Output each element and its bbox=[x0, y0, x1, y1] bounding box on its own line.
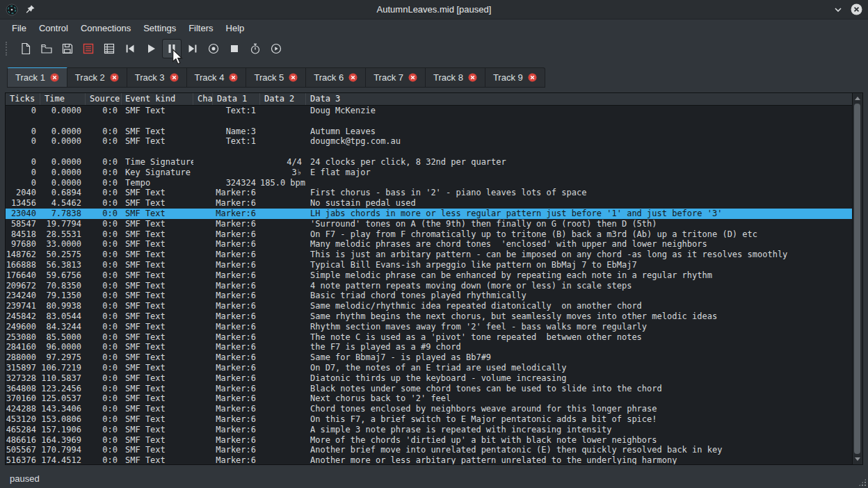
event-row[interactable]: 25308085.50000:0SMF TextMarker:6The note… bbox=[6, 332, 852, 343]
tab-track-7[interactable]: Track 7 bbox=[366, 67, 426, 88]
event-row[interactable]: 17664059.67560:0SMF TextMarker:6Simple m… bbox=[6, 270, 852, 281]
new-file-icon[interactable] bbox=[16, 39, 35, 58]
tab-track-8[interactable]: Track 8 bbox=[426, 67, 485, 88]
tab-close-icon[interactable] bbox=[50, 73, 59, 82]
column-header-source[interactable]: Source bbox=[86, 93, 122, 105]
scrollbar-thumb[interactable] bbox=[854, 104, 860, 454]
event-row[interactable]: 14876250.25750:0SMF TextMarker:6This is … bbox=[6, 250, 852, 260]
event-row[interactable]: 465284157.19060:0SMF TextMarker:6A simpl… bbox=[6, 425, 852, 435]
event-row[interactable]: 505567170.79940:0SMF TextMarker:6Another… bbox=[6, 445, 852, 455]
tab-label: Track 7 bbox=[373, 72, 403, 83]
column-header-time[interactable]: Time bbox=[40, 93, 86, 105]
event-row[interactable]: 453120153.08060:0SMF TextMarker:6On this… bbox=[6, 414, 852, 425]
stop-icon[interactable] bbox=[225, 39, 244, 58]
tab-close-icon[interactable] bbox=[408, 73, 417, 82]
event-row[interactable]: 9768033.00000:0SMF TextMarker:6Many melo… bbox=[6, 239, 852, 250]
play-icon[interactable] bbox=[141, 39, 161, 58]
event-row[interactable]: 28800097.29750:0SMF TextMarker:6Same for… bbox=[6, 352, 852, 363]
pause-icon[interactable] bbox=[162, 39, 182, 58]
event-row[interactable]: 00.00000:0SMF TextText:1dougmck@tpg.com.… bbox=[6, 136, 852, 147]
event-list-icon[interactable] bbox=[79, 39, 98, 58]
tab-close-icon[interactable] bbox=[468, 73, 477, 82]
menu-file[interactable]: File bbox=[6, 21, 33, 35]
event-row[interactable]: 5854719.77940:0SMF TextMarker:6'Surround… bbox=[6, 219, 852, 229]
event-row[interactable]: 24960084.32440:0SMF TextMarker:6Rhythm s… bbox=[6, 322, 852, 332]
tab-track-3[interactable]: Track 3 bbox=[127, 67, 187, 88]
event-row[interactable]: 00.00000:0Time Signature4/424 clocks per… bbox=[6, 157, 852, 168]
tab-track-2[interactable]: Track 2 bbox=[67, 67, 127, 88]
tab-track-1[interactable]: Track 1 bbox=[7, 67, 67, 88]
tab-bar: Track 1Track 2Track 3Track 4Track 5Track… bbox=[7, 67, 545, 88]
tab-close-icon[interactable] bbox=[289, 73, 298, 82]
column-header-data-3[interactable]: Data 3 bbox=[306, 93, 852, 105]
event-row[interactable]: 486616164.39690:0SMF TextMarker:6More of… bbox=[6, 435, 852, 446]
skip-backward-icon[interactable] bbox=[120, 39, 140, 58]
event-row[interactable]: 23424079.13500:0SMF TextMarker:6Basic tr… bbox=[6, 291, 852, 301]
event-row[interactable] bbox=[6, 116, 852, 127]
vertical-scrollbar[interactable] bbox=[852, 93, 862, 464]
close-icon[interactable] bbox=[850, 3, 862, 16]
menu-connections[interactable]: Connections bbox=[74, 21, 137, 35]
pin-icon[interactable] bbox=[24, 3, 36, 16]
tab-close-icon[interactable] bbox=[170, 73, 179, 82]
tab-track-9[interactable]: Track 9 bbox=[485, 67, 545, 88]
save-file-icon[interactable] bbox=[58, 39, 77, 58]
toolbar-drag-handle[interactable] bbox=[6, 42, 10, 56]
event-row[interactable]: 134564.54620:0SMF TextMarker:6No sustain… bbox=[6, 198, 852, 209]
skip-forward-icon[interactable] bbox=[183, 39, 202, 58]
cell-data3: Typical Bill Evans-ish arpeggio like pat… bbox=[306, 260, 852, 270]
cell-chan bbox=[193, 393, 213, 404]
open-file-icon[interactable] bbox=[37, 39, 56, 58]
column-header-data-2[interactable]: Data 2 bbox=[260, 93, 306, 105]
column-header-ticks[interactable]: Ticks bbox=[6, 93, 40, 105]
event-row[interactable]: 516376174.45120:0SMF TextMarker:6Another… bbox=[6, 455, 852, 464]
event-row[interactable]: 364808123.24560:0SMF TextMarker:6Black n… bbox=[6, 384, 852, 394]
cell-ticks: 234240 bbox=[6, 291, 40, 301]
menu-filters[interactable]: Filters bbox=[182, 21, 219, 35]
column-header-data-1[interactable]: Data 1 bbox=[213, 93, 260, 105]
cell-event-kind: SMF Text bbox=[122, 414, 193, 425]
event-row[interactable]: 20400.68940:0SMF TextMarker:6First choru… bbox=[6, 188, 852, 198]
event-row[interactable]: 20967270.83500:0SMF TextMarker:64 note p… bbox=[6, 281, 852, 291]
column-header-chan[interactable]: Chan bbox=[193, 93, 213, 105]
cell-chan bbox=[193, 281, 213, 291]
scrollbar-down-arrow[interactable] bbox=[855, 457, 860, 461]
event-row[interactable]: 16688856.38130:0SMF TextMarker:6Typical … bbox=[6, 260, 852, 270]
chevron-down-icon[interactable] bbox=[832, 3, 844, 16]
menu-help[interactable]: Help bbox=[220, 21, 251, 35]
cell-source: 0:0 bbox=[86, 157, 122, 168]
timer-icon[interactable] bbox=[246, 39, 265, 58]
track-list-icon[interactable] bbox=[99, 39, 119, 58]
tab-close-icon[interactable] bbox=[229, 73, 238, 82]
event-row[interactable]: 424288143.34060:0SMF TextMarker:6Chord t… bbox=[6, 404, 852, 414]
event-row[interactable]: 28416096.00000:0SMF TextMarker:6the F7 i… bbox=[6, 342, 852, 352]
record-icon[interactable] bbox=[204, 39, 223, 58]
scrollbar-up-arrow[interactable] bbox=[855, 97, 860, 100]
tab-track-4[interactable]: Track 4 bbox=[187, 67, 247, 88]
tab-close-icon[interactable] bbox=[110, 73, 119, 82]
loop-icon[interactable] bbox=[266, 39, 286, 58]
tab-track-6[interactable]: Track 6 bbox=[306, 67, 366, 88]
tab-close-icon[interactable] bbox=[528, 73, 537, 82]
event-row[interactable]: 315897106.72190:0SMF TextMarker:6On D7, … bbox=[6, 363, 852, 373]
event-row[interactable]: 370160125.05370:0SMF TextMarker:6Next ch… bbox=[6, 393, 852, 404]
event-row[interactable]: 00.00000:0Tempo324324185.0 bpm bbox=[6, 178, 852, 188]
cell-source: 0:0 bbox=[86, 393, 122, 404]
cell-ticks: 148762 bbox=[6, 250, 40, 260]
event-row[interactable]: 327328110.58370:0SMF TextMarker:6Diatoni… bbox=[6, 373, 852, 384]
resize-grip[interactable] bbox=[858, 478, 867, 487]
event-row[interactable]: 8451828.55310:0SMF TextMarker:6On F7 - p… bbox=[6, 229, 852, 240]
event-row[interactable]: 00.00000:0SMF TextText:1Doug McKenzie bbox=[6, 106, 852, 116]
menu-settings[interactable]: Settings bbox=[137, 21, 182, 35]
cell-data2 bbox=[260, 291, 306, 301]
event-row[interactable]: 23974180.99380:0SMF TextMarker:6Same mel… bbox=[6, 301, 852, 311]
tab-track-5[interactable]: Track 5 bbox=[246, 67, 306, 88]
column-header-event-kind[interactable]: Event kind bbox=[122, 93, 193, 105]
event-row[interactable] bbox=[6, 147, 852, 157]
menu-control[interactable]: Control bbox=[33, 21, 74, 35]
event-row[interactable]: 00.00000:0SMF TextName:3Autumn Leaves bbox=[6, 127, 852, 137]
event-row[interactable]: 24584283.05440:0SMF TextMarker:6Same rhy… bbox=[6, 311, 852, 322]
event-row[interactable]: 230407.78380:0SMF TextMarker:6LH jabs ch… bbox=[6, 209, 852, 219]
tab-close-icon[interactable] bbox=[348, 73, 357, 82]
event-row[interactable]: 00.00000:0Key Signature3♭E flat major bbox=[6, 168, 852, 178]
